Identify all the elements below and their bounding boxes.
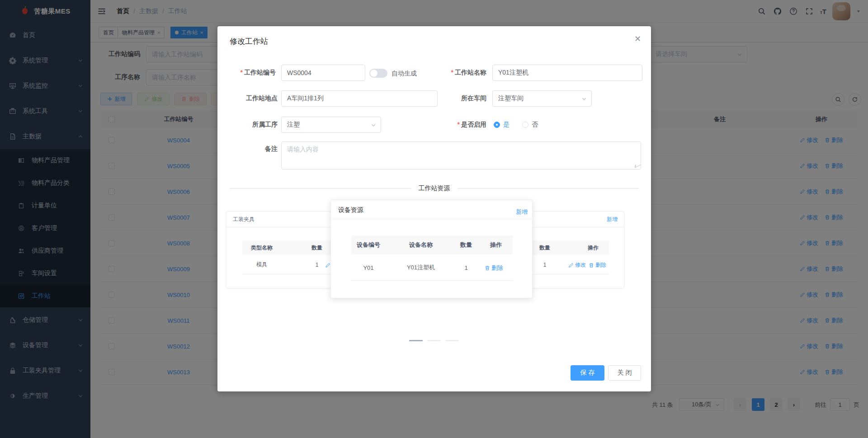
modal-title: 修改工作站 bbox=[230, 36, 268, 47]
radio-yes-label: 是 bbox=[503, 121, 509, 129]
device-card-add-link[interactable]: 新增 bbox=[516, 208, 528, 216]
carousel-indicator-2[interactable] bbox=[427, 340, 441, 341]
code-input[interactable] bbox=[281, 65, 365, 81]
qty-cell: 1 bbox=[531, 255, 558, 274]
carousel-indicator-3[interactable] bbox=[445, 340, 459, 341]
remark-label: 备注 bbox=[217, 145, 278, 153]
workshop-select[interactable]: 注塑车间 bbox=[492, 90, 592, 107]
col-qty: 数量 bbox=[301, 240, 333, 255]
device-table-row: Y01 Y01注塑机 1 删除 bbox=[351, 254, 513, 281]
process-select[interactable]: 注塑 bbox=[281, 117, 381, 133]
close-button[interactable]: 关 闭 bbox=[608, 365, 641, 381]
page: 苦糖果MES 首页 系统管理 系统监控 系统工具 bbox=[0, 0, 868, 438]
process-label: 所属工序 bbox=[217, 121, 278, 129]
fixture-card-title: 工装夹具 bbox=[233, 216, 255, 223]
col-device-name: 设备名称 bbox=[398, 235, 443, 254]
qty-cell: 1 bbox=[454, 254, 478, 281]
auto-generate-toggle[interactable] bbox=[369, 69, 387, 78]
edit-workstation-modal: 修改工作站 ✕ *工作站编号 自动生成 *工作站名称 工作站地点 所在车间 注塑… bbox=[217, 26, 651, 391]
right-delete-link[interactable]: 删除 bbox=[589, 261, 606, 269]
workshop-select-value: 注塑车间 bbox=[498, 94, 524, 103]
col-action: 操作 bbox=[483, 235, 509, 254]
device-delete-link[interactable]: 删除 bbox=[485, 264, 503, 272]
close-icon[interactable]: ✕ bbox=[634, 34, 641, 43]
radio-dot bbox=[494, 122, 500, 128]
device-code-cell: Y01 bbox=[351, 254, 386, 281]
name-label: *工作站名称 bbox=[407, 69, 486, 77]
chevron-down-icon bbox=[581, 96, 587, 102]
fixture-type-cell: 模具 bbox=[242, 255, 281, 274]
workshop-label: 所在车间 bbox=[407, 94, 486, 103]
device-card-title: 设备资源 bbox=[338, 206, 363, 214]
carousel-indicator-1[interactable] bbox=[409, 340, 423, 341]
name-input[interactable] bbox=[492, 65, 642, 81]
enabled-radio-group: 是 否 bbox=[494, 121, 538, 129]
location-label: 工作站地点 bbox=[217, 94, 278, 103]
col-device-code: 设备编号 bbox=[351, 235, 386, 254]
right-edit-link[interactable]: 修改 bbox=[568, 261, 586, 269]
divider-label: 工作站资源 bbox=[411, 184, 458, 192]
toggle-knob bbox=[370, 70, 377, 77]
process-select-value: 注塑 bbox=[287, 121, 300, 129]
device-table-header: 设备编号 设备名称 数量 操作 bbox=[351, 235, 513, 254]
chevron-down-icon bbox=[371, 122, 376, 128]
col-action: 操作 bbox=[575, 240, 611, 255]
radio-no[interactable]: 否 bbox=[522, 121, 538, 129]
right-card-add-link[interactable]: 新增 bbox=[607, 216, 618, 223]
col-qty: 数量 bbox=[531, 240, 558, 255]
device-card-header: 设备资源 新增 bbox=[331, 200, 532, 219]
radio-no-label: 否 bbox=[532, 121, 538, 129]
radio-yes[interactable]: 是 bbox=[494, 121, 509, 129]
code-label: *工作站编号 bbox=[217, 69, 276, 77]
save-button[interactable]: 保 存 bbox=[571, 365, 604, 381]
device-name-cell: Y01注塑机 bbox=[398, 254, 443, 281]
col-qty: 数量 bbox=[454, 235, 478, 254]
enabled-label: *是否启用 bbox=[407, 121, 486, 129]
remark-textarea[interactable] bbox=[281, 141, 641, 170]
device-resource-card: 设备资源 新增 设备编号 设备名称 数量 操作 Y01 Y01注塑机 1 删除 bbox=[330, 200, 533, 298]
col-type: 类型名称 bbox=[242, 240, 281, 255]
radio-dot bbox=[522, 122, 528, 128]
